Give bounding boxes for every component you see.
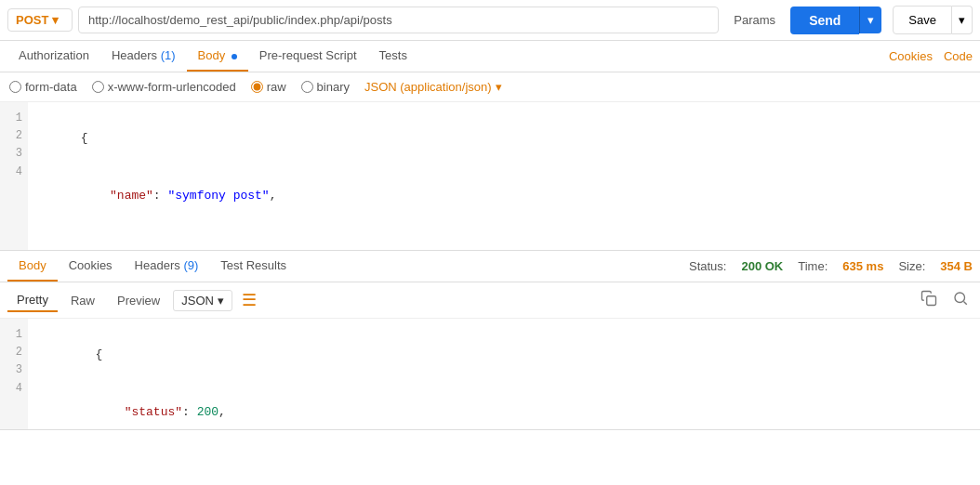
svg-rect-0 [927, 296, 936, 306]
save-group: Save ▾ [893, 6, 973, 34]
form-data-radio[interactable] [9, 81, 21, 93]
copy-button[interactable] [917, 288, 941, 312]
raw-option[interactable]: raw [251, 80, 286, 94]
response-header: Body Cookies Headers (9) Test Results St… [0, 251, 980, 282]
cookies-link[interactable]: Cookies [889, 49, 933, 63]
resp-tab-test-results[interactable]: Test Results [209, 251, 298, 282]
urlencoded-radio[interactable] [92, 81, 104, 93]
resp-format-select[interactable]: JSON ▾ [173, 290, 232, 311]
resp-preview-tab[interactable]: Preview [108, 290, 169, 311]
resp-tab-body[interactable]: Body [7, 251, 58, 282]
method-label: POST [16, 13, 48, 27]
format-select[interactable]: JSON (application/json) ▾ [364, 80, 502, 94]
tab-tests[interactable]: Tests [368, 41, 418, 72]
form-data-option[interactable]: form-data [9, 80, 77, 94]
resp-body-icons [917, 288, 973, 312]
status-value: 200 OK [741, 259, 783, 273]
tab-pre-request[interactable]: Pre-request Script [248, 41, 368, 72]
method-chevron-icon: ▾ [52, 13, 59, 27]
binary-option[interactable]: binary [301, 80, 350, 94]
time-value: 635 ms [842, 259, 883, 273]
send-dropdown-button[interactable]: ▾ [859, 7, 881, 33]
response-code-content[interactable]: { "status": 200, "success": "Post added … [28, 319, 980, 429]
request-tabs: Authorization Headers (1) Body Pre-reque… [0, 41, 980, 72]
size-label: Size: [898, 259, 925, 273]
raw-radio[interactable] [251, 81, 263, 93]
url-input[interactable] [78, 7, 719, 33]
resp-line-2: "status": 200, [95, 405, 225, 419]
tab-headers[interactable]: Headers (1) [100, 41, 187, 72]
resp-line-1: { [95, 347, 102, 361]
size-value: 354 B [940, 259, 973, 273]
toolbar: POST ▾ Params Send ▾ Save ▾ [0, 0, 980, 41]
req-line-2: "name": "symfony post", [81, 189, 277, 203]
svg-point-1 [955, 293, 965, 303]
response-code-editor[interactable]: 1 2 3 4 { "status": 200, "success": "Pos… [0, 319, 980, 430]
save-dropdown-button[interactable]: ▾ [952, 6, 973, 34]
resp-tab-headers[interactable]: Headers (9) [124, 251, 210, 282]
urlencoded-option[interactable]: x-www-form-urlencoded [92, 80, 236, 94]
request-code-content[interactable]: { "name": "symfony post", "description":… [28, 102, 980, 250]
save-button[interactable]: Save [893, 6, 952, 34]
method-select[interactable]: POST ▾ [7, 8, 73, 32]
format-chevron-icon: ▾ [496, 80, 502, 94]
response-body-tabs: Pretty Raw Preview JSON ▾ ☰ [0, 282, 980, 319]
status-label: Status: [689, 259, 726, 273]
wrap-icon[interactable]: ☰ [242, 290, 257, 310]
send-group: Send ▾ [790, 7, 881, 34]
svg-line-2 [963, 301, 966, 304]
body-dot-indicator [232, 54, 237, 59]
resp-raw-tab[interactable]: Raw [61, 290, 104, 311]
request-line-numbers: 1 2 3 4 [0, 102, 28, 250]
send-button[interactable]: Send [790, 7, 859, 34]
resp-status-area: Status: 200 OK Time: 635 ms Size: 354 B [689, 259, 973, 273]
response-section: Body Cookies Headers (9) Test Results St… [0, 251, 980, 430]
time-label: Time: [798, 259, 828, 273]
resp-format-chevron-icon: ▾ [218, 294, 224, 308]
resp-tab-cookies[interactable]: Cookies [58, 251, 124, 282]
headers-badge: (1) [161, 48, 176, 62]
body-options: form-data x-www-form-urlencoded raw bina… [0, 72, 980, 102]
req-line-1: { [81, 131, 88, 145]
response-line-numbers: 1 2 3 4 [0, 319, 28, 429]
binary-radio[interactable] [301, 81, 313, 93]
right-links: Cookies Code [889, 49, 973, 63]
params-button[interactable]: Params [724, 7, 785, 33]
tab-authorization[interactable]: Authorization [7, 41, 100, 72]
search-button[interactable] [948, 288, 973, 312]
resp-headers-badge: (9) [183, 258, 198, 272]
tab-body[interactable]: Body [187, 41, 248, 72]
resp-pretty-tab[interactable]: Pretty [7, 289, 58, 312]
request-code-editor[interactable]: 1 2 3 4 { "name": "symfony post", "descr… [0, 102, 980, 251]
code-link[interactable]: Code [944, 49, 973, 63]
